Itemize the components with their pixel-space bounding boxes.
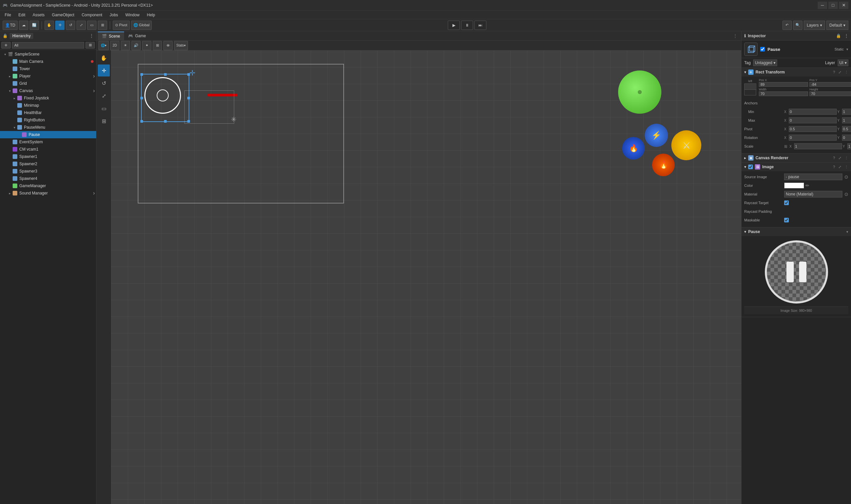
menu-component[interactable]: Component bbox=[78, 12, 105, 18]
gizmo-scale[interactable]: ⤢ bbox=[98, 90, 110, 102]
object-active-checkbox[interactable] bbox=[760, 47, 765, 52]
close-button[interactable]: ✕ bbox=[839, 2, 848, 9]
handle-bl[interactable] bbox=[140, 120, 143, 123]
layer-dropdown[interactable]: UI ▾ bbox=[838, 59, 848, 66]
tree-item-spawner2[interactable]: Spawner2 bbox=[0, 160, 96, 167]
player-expand-btn[interactable]: › bbox=[93, 73, 95, 79]
tree-item-spawner4[interactable]: Spawner4 bbox=[0, 175, 96, 182]
rotate-tool[interactable]: ↺ bbox=[66, 21, 75, 30]
expand-player[interactable]: ▸ bbox=[7, 74, 12, 78]
rect-tool[interactable]: ▭ bbox=[87, 21, 97, 30]
soundmanager-expand-btn[interactable]: › bbox=[93, 190, 95, 196]
tree-item-spawner3[interactable]: Spawner3 bbox=[0, 167, 96, 175]
pos-y-input[interactable]: -84 bbox=[810, 82, 851, 87]
pause-button[interactable]: ⏸ bbox=[461, 21, 473, 30]
tab-game[interactable]: 🎮 Game bbox=[124, 32, 150, 40]
layers-dropdown[interactable]: Layers ▾ bbox=[804, 21, 825, 30]
anchor-max-x[interactable]: 0 bbox=[789, 118, 837, 123]
menu-assets[interactable]: Assets bbox=[29, 12, 48, 18]
pos-x-input[interactable]: 89 bbox=[759, 82, 808, 87]
joystick-object[interactable] bbox=[144, 77, 181, 114]
anchor-visual-box[interactable] bbox=[744, 84, 756, 95]
tree-item-pausemenu[interactable]: ▾ PauseMenu bbox=[0, 124, 96, 131]
menu-jobs[interactable]: Jobs bbox=[106, 12, 121, 18]
scene-stats-btn[interactable]: Stats▾ bbox=[174, 41, 188, 50]
scale-tool[interactable]: ⤢ bbox=[76, 21, 86, 30]
material-field[interactable]: None (Material) bbox=[784, 191, 843, 197]
static-dropdown[interactable]: ▾ bbox=[846, 47, 848, 52]
pause-section-header[interactable]: ▾ Pause ▾ bbox=[742, 228, 851, 236]
scene-grid-btn[interactable]: ⊞ bbox=[153, 41, 162, 50]
color-swatch[interactable] bbox=[784, 182, 804, 188]
tree-item-canvas[interactable]: ▾ Canvas › bbox=[0, 87, 96, 94]
scene-shading-btn[interactable]: 🌐▾ bbox=[99, 41, 109, 50]
inspector-lock-icon[interactable]: 🔒 bbox=[836, 34, 841, 38]
image-help-icon[interactable]: ? bbox=[833, 165, 835, 169]
tree-item-rightbutton[interactable]: RightButton bbox=[0, 116, 96, 124]
transform-tool[interactable]: ⊞ bbox=[98, 21, 107, 30]
cr-preset-icon[interactable]: ⤢ bbox=[838, 156, 841, 160]
canvas-renderer-header[interactable]: ▸ ▣ Canvas Renderer ? ⤢ ⋮ bbox=[742, 154, 851, 162]
scene-lighting-btn[interactable]: ☀ bbox=[121, 41, 130, 50]
pivot-button[interactable]: ⊙ Pivot bbox=[113, 21, 130, 30]
color-pick-icon[interactable]: ✏ bbox=[805, 183, 810, 188]
width-input[interactable]: 70 bbox=[759, 91, 808, 96]
hierarchy-search-input[interactable] bbox=[12, 42, 84, 49]
tree-item-gamemanager[interactable]: GameManager bbox=[0, 182, 96, 190]
tree-item-healthbar[interactable]: HealthBar bbox=[0, 109, 96, 116]
cr-menu-icon[interactable]: ⋮ bbox=[845, 156, 848, 160]
rt-preset-icon[interactable]: ⤢ bbox=[838, 70, 841, 74]
tree-item-minimap[interactable]: Minimap bbox=[0, 102, 96, 109]
rt-help-icon[interactable]: ? bbox=[833, 70, 835, 74]
height-input[interactable]: 70 bbox=[810, 91, 851, 96]
rot-y[interactable]: 0 bbox=[842, 134, 851, 141]
hierarchy-options-button[interactable]: ⊞ bbox=[86, 42, 95, 49]
menu-window[interactable]: Window bbox=[122, 12, 143, 18]
account-button[interactable]: 👤 TD bbox=[3, 21, 18, 30]
expand-arrow-samplescene[interactable]: ▾ bbox=[3, 53, 7, 56]
cr-help-icon[interactable]: ? bbox=[833, 156, 835, 160]
layout-dropdown[interactable]: Default ▾ bbox=[827, 21, 848, 30]
material-pick-icon[interactable]: ⊙ bbox=[844, 192, 848, 197]
image-enabled-checkbox[interactable] bbox=[748, 165, 753, 169]
rot-x[interactable]: 0 bbox=[789, 134, 837, 141]
tree-item-eventsystem[interactable]: EventSystem bbox=[0, 138, 96, 146]
maskable-checkbox[interactable] bbox=[784, 218, 789, 222]
tab-scene[interactable]: 🎬 Scene bbox=[98, 32, 124, 40]
rect-transform-header[interactable]: ▾ ⊕ Rect Transform ? ⤢ ⋮ bbox=[742, 68, 851, 76]
inspector-menu-icon[interactable]: ⋮ bbox=[844, 34, 848, 38]
gizmo-rotate[interactable]: ↺ bbox=[98, 77, 110, 89]
handle-tl[interactable] bbox=[140, 73, 143, 76]
rt-menu-icon[interactable]: ⋮ bbox=[845, 70, 848, 74]
scene-viewport[interactable]: ✋ ✛ ↺ ⤢ ▭ ⊞ ✛ bbox=[97, 51, 741, 504]
gizmo-move[interactable]: ✛ bbox=[98, 65, 110, 76]
tree-item-grid[interactable]: Grid bbox=[0, 80, 96, 87]
pause-section-chevron[interactable]: ▾ bbox=[846, 230, 848, 234]
handle-bm[interactable] bbox=[164, 120, 167, 123]
expand-soundmanager[interactable]: ▸ bbox=[7, 192, 12, 195]
tree-item-pause[interactable]: Pause bbox=[0, 131, 96, 138]
anchor-min-x[interactable]: 0 bbox=[789, 109, 837, 115]
minimize-button[interactable]: ─ bbox=[818, 2, 827, 9]
menu-help[interactable]: Help bbox=[144, 12, 159, 18]
scale-x[interactable]: 1 bbox=[794, 143, 842, 149]
gizmo-rect[interactable]: ▭ bbox=[98, 102, 110, 114]
scene-gizmos-btn[interactable]: 👁 bbox=[163, 41, 173, 50]
scale-y[interactable]: 1 bbox=[847, 143, 851, 149]
cloud-button[interactable]: ☁ bbox=[19, 21, 28, 30]
scene-fx-btn[interactable]: ✦ bbox=[142, 41, 151, 50]
menu-edit[interactable]: Edit bbox=[15, 12, 29, 18]
source-image-field[interactable]: ▪ pause bbox=[784, 174, 843, 180]
expand-pausemenu[interactable]: ▾ bbox=[12, 126, 17, 129]
tree-item-soundmanager[interactable]: ▸ Sound Manager › bbox=[0, 190, 96, 197]
scene-audio-btn[interactable]: 🔊 bbox=[132, 41, 141, 50]
menu-gameobject[interactable]: GameObject bbox=[49, 12, 77, 18]
scene-2d-btn[interactable]: 2D bbox=[110, 41, 119, 50]
handle-ml[interactable] bbox=[140, 97, 143, 100]
image-preset-icon[interactable]: ⤢ bbox=[838, 165, 841, 169]
tree-item-samplescene[interactable]: ▾ 🎬 SampleScene bbox=[0, 51, 96, 58]
hand-tool[interactable]: ✋ bbox=[45, 21, 54, 30]
collab-button[interactable]: 🔄 bbox=[30, 21, 39, 30]
tag-dropdown[interactable]: Untagged ▾ bbox=[753, 59, 777, 66]
expand-joystick[interactable]: ▸ bbox=[12, 96, 17, 100]
